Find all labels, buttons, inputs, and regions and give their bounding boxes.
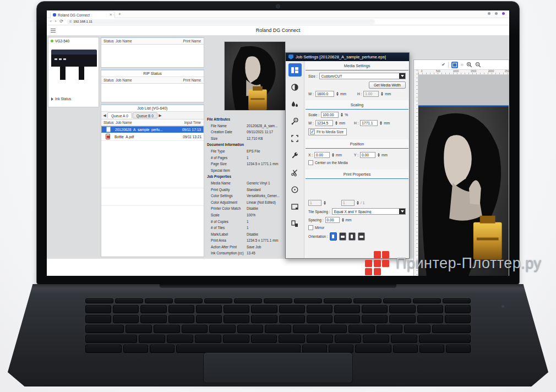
queue-next-icon[interactable]: ▶ xyxy=(158,113,162,118)
center-on-media-checkbox[interactable] xyxy=(308,160,313,165)
get-media-width-button[interactable]: Get Media Width xyxy=(369,81,406,89)
col-status[interactable]: Status xyxy=(101,39,116,43)
account-avatar[interactable] xyxy=(502,12,505,15)
rip-status-panel: RIP Status Status Job Name Print Name xyxy=(101,69,204,102)
tab-queue-a[interactable]: Queue A 0 xyxy=(107,112,132,118)
keyboard-key xyxy=(363,335,389,343)
pen-check-icon[interactable]: ✔ xyxy=(441,63,445,67)
spacing-input[interactable]: 0.00 xyxy=(325,217,340,223)
fit-to-media-checkbox[interactable]: Fit to Media Size xyxy=(308,128,347,135)
roller-icon[interactable] xyxy=(288,115,302,128)
media-width-spinner[interactable] xyxy=(336,92,339,96)
col-job-name[interactable]: Job Name xyxy=(116,39,178,43)
app-title: Roland DG Connect xyxy=(47,28,509,33)
keyboard-key xyxy=(85,335,137,343)
col-job-name[interactable]: Job Name xyxy=(116,121,178,124)
rip-status-title: RIP Status xyxy=(101,70,204,77)
queue-prev-icon[interactable]: ◀ xyxy=(102,113,107,118)
preview-artwork-image xyxy=(418,105,509,276)
pan-tool-icon[interactable]: ○ xyxy=(461,63,464,67)
tiles-input[interactable]: 1 xyxy=(341,200,355,206)
dialog-titlebar[interactable]: Job Settings [20120628_A_sample_perfume.… xyxy=(286,53,409,61)
job-row[interactable]: Bottle_A.pdf 09/11 13:21 xyxy=(101,133,204,141)
job-input-time: 09/11 17:13 xyxy=(178,128,203,132)
orientation-label: Orientation : xyxy=(308,235,328,238)
keyboard-key xyxy=(85,298,113,303)
layout-settings-body: Media Settings Size : Custom/CUT Get Med… xyxy=(305,61,409,258)
extension-icon[interactable] xyxy=(488,12,490,15)
back-icon[interactable]: ‹ xyxy=(50,19,52,24)
spacing-label: Spacing : xyxy=(308,218,324,222)
media-size-select[interactable]: Custom/CUT xyxy=(319,73,406,79)
scale-width-spinner[interactable] xyxy=(335,121,337,126)
wrench-icon[interactable] xyxy=(288,149,302,162)
col-input-time[interactable]: Input Time xyxy=(178,121,204,124)
close-tab-icon[interactable]: ✕ xyxy=(110,13,112,17)
crop-marks-icon[interactable] xyxy=(288,132,302,145)
keyboard-key xyxy=(445,305,471,313)
col-job-name[interactable]: Job Name xyxy=(116,78,178,82)
scissors-icon[interactable] xyxy=(288,166,302,179)
preview-canvas[interactable] xyxy=(418,75,509,276)
mirror-checkbox[interactable] xyxy=(308,225,313,230)
address-bar[interactable]: ⚿ 192.168.1.11 xyxy=(67,19,375,24)
scale-width-input[interactable]: 1234.5 xyxy=(315,120,333,126)
copies-input[interactable]: 1 xyxy=(308,200,321,206)
copies-spinner[interactable] xyxy=(324,201,326,205)
clip-icon[interactable] xyxy=(288,200,302,213)
col-print-name[interactable]: Print Name xyxy=(178,78,204,82)
orientation-landscape-button[interactable] xyxy=(339,232,346,241)
watermark-text: Принтер-Плоттер.ру xyxy=(396,255,542,272)
job-row-selected[interactable]: 20120628_A_sample_perfu... 09/11 17:13 xyxy=(101,126,204,133)
zoom-in-icon[interactable] xyxy=(466,62,472,68)
target-icon[interactable] xyxy=(288,183,302,196)
chevron-down-icon xyxy=(399,73,405,79)
select-tool-icon[interactable] xyxy=(451,62,458,68)
ink-drops-icon[interactable] xyxy=(288,97,302,111)
tab-queue-b[interactable]: Queue B 0 xyxy=(133,112,157,118)
tiles-spinner[interactable] xyxy=(357,201,359,205)
tiles-icon[interactable] xyxy=(288,217,302,230)
browser-tab[interactable]: Roland DG Connect ✕ xyxy=(50,11,115,18)
scale-spinner[interactable] xyxy=(341,113,343,117)
col-status[interactable]: Status xyxy=(101,121,116,124)
media-w-label: W : xyxy=(308,92,314,96)
orientation-landscape-flip-button[interactable] xyxy=(358,232,365,241)
dialog-title: Job Settings [20120628_A_sample_perfume.… xyxy=(296,55,386,59)
new-tab-button[interactable]: + xyxy=(118,12,121,17)
forward-icon[interactable]: › xyxy=(55,19,57,24)
contrast-icon[interactable] xyxy=(288,80,302,94)
url-text: 192.168.1.11 xyxy=(73,20,92,23)
keyboard-key xyxy=(320,325,347,333)
layout-icon[interactable] xyxy=(288,63,302,77)
keyboard-key xyxy=(115,298,143,303)
job-thumbnail-image[interactable] xyxy=(224,41,286,111)
tile-spacing-select[interactable]: Equal X and Y Spacing xyxy=(332,208,406,215)
col-status[interactable]: Status xyxy=(101,78,116,82)
position-y-input[interactable]: 0.00 xyxy=(360,152,375,158)
position-y-spinner[interactable] xyxy=(378,153,380,157)
keyboard-key xyxy=(294,298,322,303)
media-height-input[interactable]: 1.00 xyxy=(363,91,379,97)
keyboard-key xyxy=(391,335,417,343)
spacing-spinner[interactable] xyxy=(342,218,344,222)
col-print-name[interactable]: Print Name xyxy=(178,39,204,43)
media-width-input[interactable]: 1600.0 xyxy=(315,91,334,97)
scale-height-input[interactable]: 1771.1 xyxy=(360,120,378,126)
keyboard-key xyxy=(126,325,152,333)
position-x-input[interactable]: 0.00 xyxy=(314,152,330,158)
keyboard-key xyxy=(443,298,471,303)
orientation-portrait-flip-button[interactable] xyxy=(348,232,356,241)
reload-icon[interactable]: ⟳ xyxy=(59,19,63,24)
zoom-out-icon[interactable] xyxy=(475,62,481,68)
ink-status-toggle[interactable]: Ink Status xyxy=(51,97,71,101)
media-settings-header: Media Settings xyxy=(306,61,408,70)
scale-input[interactable]: 100.00 xyxy=(321,112,339,118)
scale-height-spinner[interactable] xyxy=(380,121,382,126)
keyboard-key xyxy=(307,305,332,313)
profile-icon[interactable] xyxy=(495,12,498,15)
media-height-spinner[interactable] xyxy=(381,92,383,96)
printer-status-card[interactable]: VG2-540 Ink Status xyxy=(48,37,99,107)
position-x-spinner[interactable] xyxy=(332,153,334,157)
orientation-portrait-button[interactable] xyxy=(330,232,337,241)
